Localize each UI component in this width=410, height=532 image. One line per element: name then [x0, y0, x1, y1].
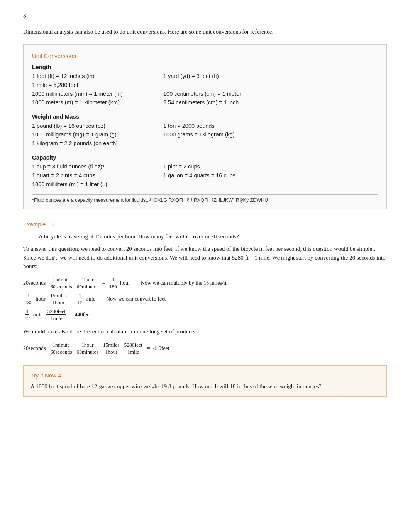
length-row-4: 1000 meters (m) = 1 kilometer (km) 2.54 … [32, 99, 378, 107]
page-number: 8 [23, 12, 387, 20]
calc2-note: Now we can convert to feet [106, 295, 166, 303]
calc2-unit2: mile [86, 295, 95, 303]
try-it-now-body: A 1000 foot spool of bare 12-gauge coppe… [30, 382, 380, 391]
reference-box-title: Unit Conversions [32, 52, 378, 61]
capacity-row-2: 1 quart = 2 pints = 4 cups 1 gallon = 4 … [32, 172, 378, 180]
weight-title: Weight and Mass [32, 112, 378, 121]
calc2-fraction3: 1 12 [77, 292, 84, 306]
length-row-1: 1 foot (ft) = 12 inches (in) 1 yard (yd)… [32, 72, 378, 81]
long-calc-section: 20seconds 1minute 60seconds 1hour 60minu… [23, 342, 387, 355]
calc-row-1: 20seconds 1minute 60seconds 1hour 60minu… [23, 276, 387, 290]
calc1-unit: hour [120, 279, 130, 287]
example-section: Example 16 A bicycle is traveling at 15 … [23, 220, 387, 355]
weight-row-1: 1 pound (lb) = 16 ounces (oz) 1 ton = 20… [32, 122, 378, 131]
calc1-note: Now we can multiply by the 15 miles/hr [141, 279, 228, 287]
long-fraction1: 1minute 60seconds [49, 342, 73, 355]
calc1-fraction3: 1 180 [108, 276, 118, 290]
weight-section: Weight and Mass 1 pound (lb) = 16 ounces… [32, 112, 378, 148]
long-fraction3: 15miles 1hour [102, 342, 120, 355]
example-body1: To answer this question, we need to conv… [23, 245, 387, 271]
intro-text: Dimensional analysis can also be used to… [23, 27, 387, 36]
calc1-fraction2: 1hour 60minutes [76, 276, 99, 290]
long-label: 20seconds [23, 344, 46, 352]
capacity-row-1: 1 cup = 8 fluid ounces (fl oz)* 1 pint =… [32, 163, 378, 171]
calc3-result: 440feet [75, 311, 91, 319]
length-row-2: 1 mile = 5,280 feet [32, 81, 378, 90]
calc1-label: 20seconds [23, 279, 46, 287]
length-title: Length [32, 63, 378, 72]
calc3-unit1: mile [33, 311, 43, 319]
calc-row-2: 1 180 hour 15miles 1hour = 1 12 mile Now… [23, 292, 387, 306]
capacity-title: Capacity [32, 153, 378, 162]
calc3-fraction2: 5280feet 1mile [46, 308, 66, 322]
example-problem: A bicycle is traveling at 15 miles per h… [39, 232, 387, 241]
length-row-3: 1000 millimeters (mm) = 1 meter (m) 100 … [32, 90, 378, 99]
calc3-fraction1: 1 12 [24, 308, 31, 322]
long-calc-row: 20seconds 1minute 60seconds 1hour 60minu… [23, 342, 387, 355]
capacity-section: Capacity 1 cup = 8 fluid ounces (fl oz)*… [32, 153, 378, 189]
long-result: 440feet [153, 344, 169, 352]
length-section: Length 1 foot (ft) = 12 inches (in) 1 ya… [32, 63, 378, 107]
calc2-fraction2: 15miles 1hour [49, 292, 68, 306]
weight-row-3: 1 kilogram = 2.2 pounds (on earth) [32, 139, 378, 148]
calc2-unit1: hour [36, 295, 46, 303]
long-calc-intro: We could have also done this entire calc… [23, 327, 387, 336]
weight-row-2: 1000 milligrams (mg) = 1 gram (g) 1000 g… [32, 131, 378, 139]
long-fraction2: 1hour 60minutes [76, 342, 99, 355]
calc2-fraction1: 1 180 [24, 292, 33, 306]
example-title: Example 16 [23, 220, 387, 229]
calc-section-1: 20seconds 1minute 60seconds 1hour 60minu… [23, 276, 387, 322]
calc1-fraction1: 1minute 60seconds [49, 276, 73, 290]
reference-box: Unit Conversions Length 1 foot (ft) = 12… [23, 44, 387, 209]
calc-row-3: 1 12 mile 5280feet 1mile = 440feet [23, 308, 387, 322]
try-it-now-box: Try it Now 4 A 1000 foot spool of bare 1… [23, 365, 387, 397]
capacity-row-3: 1000 milliliters (ml) = 1 liter (L) [32, 180, 378, 189]
long-fraction4: 5280feet 1mile [124, 342, 143, 355]
try-it-now-title: Try it Now 4 [30, 371, 380, 380]
footnote: *Fluid ounces are a capacity measurement… [32, 194, 378, 204]
